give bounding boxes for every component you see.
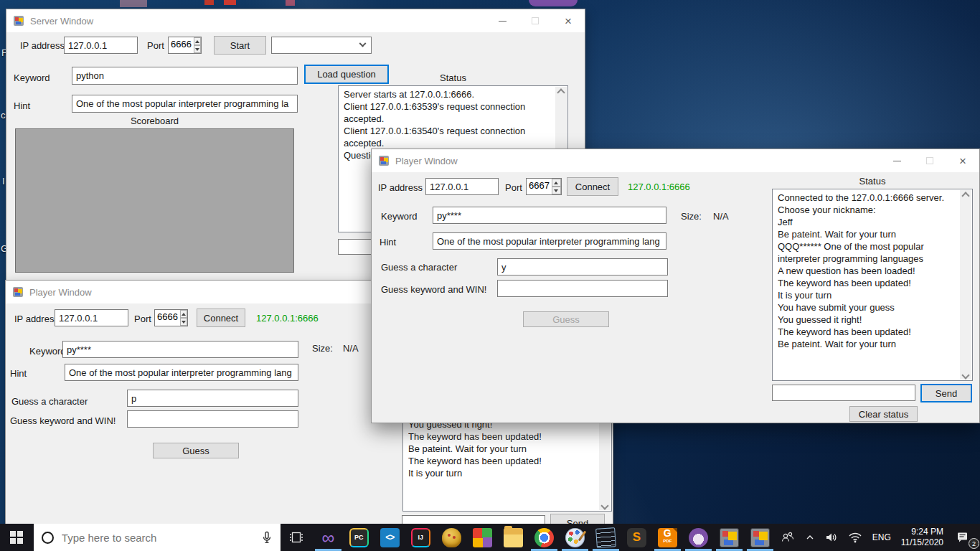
scoreboard-box: [15, 128, 294, 273]
scroll-down-icon[interactable]: [963, 372, 969, 378]
minimize-button[interactable]: [880, 149, 913, 172]
maximize-button[interactable]: [519, 9, 552, 32]
hint-input[interactable]: [65, 364, 298, 381]
keyword-input[interactable]: [72, 67, 298, 85]
guess-char-input[interactable]: [127, 390, 298, 407]
winforms-app-1-icon[interactable]: [714, 524, 745, 551]
start-button[interactable]: [0, 524, 34, 551]
status-line: You guessed it right!: [778, 314, 958, 326]
task-view-icon[interactable]: [281, 524, 313, 551]
sublime-text-icon[interactable]: S: [621, 524, 652, 551]
status-label: Status: [338, 72, 568, 83]
start-button[interactable]: Start: [214, 36, 266, 55]
spin-down-icon[interactable]: [180, 318, 187, 326]
taskbar-clock[interactable]: 9:24 PM 11/15/2020: [896, 524, 951, 551]
guess-button[interactable]: Guess: [153, 443, 239, 458]
spin-up-icon[interactable]: [194, 37, 201, 45]
connect-button[interactable]: Connect: [197, 309, 245, 327]
scroll-up-icon[interactable]: [558, 90, 564, 95]
ip-address-input[interactable]: [64, 37, 138, 54]
clear-status-button[interactable]: Clear status: [849, 406, 918, 422]
tray-chevron-up-icon[interactable]: [800, 524, 820, 551]
wifi-icon[interactable]: [843, 524, 867, 551]
guess-button[interactable]: Guess: [523, 311, 609, 327]
ms-logo-icon[interactable]: [467, 524, 498, 551]
player-front-status-box[interactable]: Connected to the 127.0.0.1:6666 server.C…: [772, 189, 973, 381]
connect-button[interactable]: Connect: [567, 177, 618, 196]
clock-time: 9:24 PM: [911, 527, 943, 537]
pdf-reader-icon[interactable]: GPDF: [652, 524, 683, 551]
scroll-down-icon[interactable]: [602, 503, 608, 509]
status-line: You have submit your guess: [778, 301, 958, 314]
visual-studio-glyph: ∞: [319, 528, 338, 547]
close-icon: ×: [565, 15, 572, 27]
scroll-up-icon[interactable]: [963, 193, 969, 199]
pycharm-icon[interactable]: PC: [344, 524, 374, 551]
cat-app-icon[interactable]: [683, 524, 714, 551]
winforms-app-2-icon[interactable]: [745, 524, 776, 551]
intellij-idea-icon[interactable]: IJ: [405, 524, 436, 551]
desktop-icon-label-fragment: I: [2, 176, 5, 187]
volume-icon[interactable]: [820, 524, 843, 551]
keyword-input[interactable]: [433, 207, 666, 224]
keyword-label: Keyword: [14, 72, 50, 83]
minimize-button[interactable]: [486, 9, 519, 32]
action-center-icon[interactable]: 2: [951, 524, 980, 551]
cat-app-glyph: [689, 528, 708, 547]
paint-icon[interactable]: [560, 524, 590, 551]
people-icon[interactable]: [776, 524, 800, 551]
port-value: 6667: [527, 179, 552, 194]
spin-down-icon[interactable]: [194, 45, 201, 53]
status-scrollbar[interactable]: [960, 190, 971, 380]
teapot-app-icon[interactable]: [436, 524, 467, 551]
close-button[interactable]: ×: [946, 149, 979, 172]
minimize-icon: [499, 21, 507, 22]
guess-char-input[interactable]: [497, 258, 668, 276]
chrome-icon[interactable]: [529, 524, 560, 551]
port-stepper[interactable]: 6666: [154, 309, 188, 326]
file-explorer-icon[interactable]: [498, 524, 529, 551]
send-button[interactable]: Send: [920, 384, 972, 402]
guess-keyword-input[interactable]: [497, 280, 668, 297]
close-button[interactable]: ×: [552, 9, 585, 32]
port-label: Port: [134, 314, 151, 324]
status-line: The keyword has been updated!: [408, 455, 597, 467]
question-combobox[interactable]: [271, 37, 372, 54]
desktop-fragment: [286, 0, 295, 6]
guess-char-label: Guess a character: [381, 262, 457, 273]
size-value: N/A: [343, 343, 359, 354]
spin-up-icon[interactable]: [180, 310, 187, 318]
vscode-glyph: <>: [380, 528, 400, 547]
ip-address-label: IP address: [14, 314, 59, 324]
status-line: It is your turn: [778, 289, 958, 301]
winforms-app-icon: [13, 15, 24, 27]
port-stepper[interactable]: 6666: [168, 37, 202, 54]
ip-address-input[interactable]: [425, 178, 499, 195]
visual-studio-icon[interactable]: ∞: [313, 524, 344, 551]
notepad-icon[interactable]: [590, 524, 621, 551]
cortana-icon[interactable]: [42, 532, 54, 544]
taskbar-search[interactable]: [34, 524, 281, 551]
server-address-text: 127.0.0.1:6666: [628, 182, 690, 192]
spin-up-icon[interactable]: [552, 179, 561, 187]
keyword-input[interactable]: [62, 341, 298, 358]
sublime-text-glyph: S: [627, 528, 646, 547]
status-line: The keyword has been updated!: [778, 326, 958, 338]
hint-input[interactable]: [72, 95, 298, 113]
search-input[interactable]: [62, 532, 253, 544]
message-input[interactable]: [772, 385, 915, 401]
guess-keyword-input[interactable]: [127, 410, 298, 428]
player-front-titlebar[interactable]: Player Window ×: [372, 149, 979, 172]
port-stepper[interactable]: 6667: [526, 178, 562, 195]
keyword-label: Keyword: [29, 346, 66, 357]
port-value: 6666: [169, 37, 194, 53]
keyword-label: Keyword: [381, 211, 418, 222]
ip-address-input[interactable]: [55, 309, 128, 326]
server-titlebar[interactable]: Server Window ×: [6, 9, 585, 32]
hint-input[interactable]: [433, 232, 666, 250]
microphone-icon[interactable]: [261, 531, 273, 544]
spin-down-icon[interactable]: [552, 187, 561, 194]
vscode-icon[interactable]: <>: [374, 524, 405, 551]
maximize-button[interactable]: [913, 149, 946, 172]
language-indicator[interactable]: ENG: [867, 524, 896, 551]
